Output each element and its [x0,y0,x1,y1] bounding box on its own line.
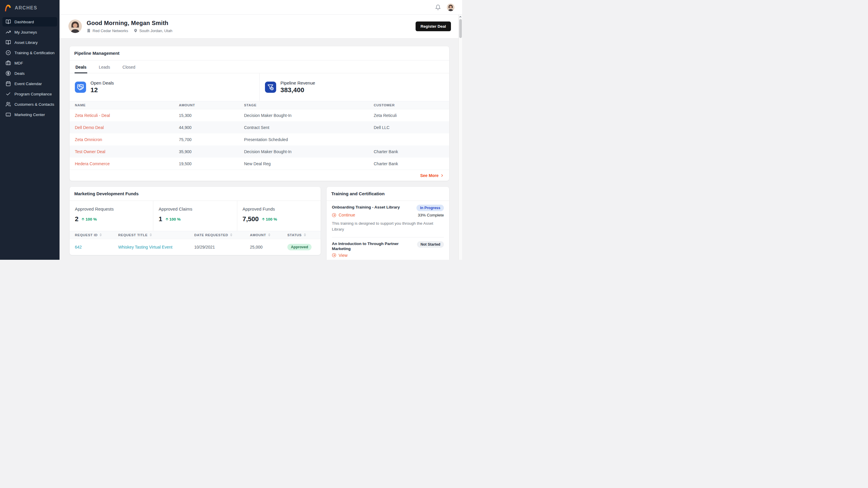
sidebar-item-training-certification[interactable]: Training & Certification [2,48,57,58]
check-icon [6,91,11,97]
training-continue-link[interactable]: Continue [332,213,355,217]
mdf-stat-delta: 100 % [165,217,181,222]
pipeline-card-title: Pipeline Management [69,46,449,60]
notifications-bell-icon[interactable] [435,4,441,10]
sidebar-item-my-journeys[interactable]: My Journeys [2,27,57,37]
sidebar-item-mdf[interactable]: MDF [2,58,57,68]
mdf-stat-approved-requests: Approved Requests 2 100 % [69,201,153,231]
training-progress: 33% Complete [417,213,444,217]
training-title: An Introduction to Through Partner Marke… [332,241,414,252]
deal-stage: New Deal Reg [239,161,368,166]
topbar-avatar[interactable] [447,3,455,11]
sidebar-item-customers-contacts[interactable]: Customers & Contacts [2,100,57,109]
brand-logo: ARCHES [0,0,60,14]
deal-amount: 44,900 [174,125,239,130]
column-header[interactable]: STATUS [282,233,321,237]
mdf-table-body: 642 Whiskey Tasting Virtual Event 10/29/… [69,239,321,255]
page-title: Good Morning, Megan Smith [87,20,173,27]
register-deal-button[interactable]: Register Deal [415,22,451,31]
column-header[interactable]: AMOUNT [245,233,282,237]
column-header[interactable]: CUSTOMER [368,103,449,107]
pipeline-management-card: Pipeline Management DealsLeadsClosed Ope… [69,46,449,181]
card-icon [6,112,11,117]
column-header[interactable]: STAGE [239,103,368,107]
sidebar-item-asset-library[interactable]: Asset Library [2,38,57,47]
stat-open-deals: Open Deals 12 [69,73,259,101]
deal-name-link[interactable]: Zeta Reticuli - Deal [75,113,110,118]
see-more-link[interactable]: See More [69,170,449,181]
company-name: Red Cedar Networks [93,29,128,33]
sidebar-item-marketing-center[interactable]: Marketing Center [2,110,57,119]
scrollbar-thumb[interactable] [459,19,462,38]
mdf-stat-value: 1 [159,215,162,223]
handshake-icon [77,84,84,91]
deal-name-link[interactable]: Hedera Commerce [75,161,110,166]
deal-stage: Decision Maker Bought-In [239,149,368,154]
request-title-link[interactable]: Whiskey Tasting Virtual Event [118,245,173,250]
chevron-right-icon [440,173,444,177]
deal-amount: 75,700 [174,137,239,142]
scroll-up-icon[interactable] [459,15,462,18]
sidebar-item-event-calendar[interactable]: Event Calendar [2,79,57,88]
building-icon [87,29,91,33]
stat-tile: $ [265,82,276,93]
book-open-icon [6,19,11,25]
mdf-stat-label: Approved Funds [243,206,315,212]
book-open-icon [6,40,11,45]
column-header[interactable]: AMOUNT [174,103,239,107]
tab-deals[interactable]: Deals [74,60,87,73]
table-row: Test Owner Deal 35,900 Decision Maker Bo… [69,145,449,158]
column-header[interactable]: NAME [69,103,174,107]
sidebar-item-label: Program Compliance [14,92,52,96]
deal-amount: 35,900 [174,149,239,154]
table-row: 642 Whiskey Tasting Virtual Event 10/29/… [69,239,321,255]
deal-customer: Dell LLC [368,125,449,130]
deal-stage: Decision Maker Bought-In [239,113,368,118]
location-meta: South Jordan, Utah [133,29,173,33]
chevrons-up-down-icon [229,233,233,236]
deal-name-link[interactable]: Test Owner Deal [75,149,105,154]
tab-closed[interactable]: Closed [122,60,136,73]
table-row: Dell Demo Deal 44,900 Contract Sent Dell… [69,121,449,133]
request-id-link[interactable]: 642 [75,245,82,250]
column-header[interactable]: REQUEST TITLE [113,233,189,237]
table-row: Zeta Omnicron 75,700 Presentation Schedu… [69,133,449,145]
chevrons-up-down-icon [268,233,271,236]
training-item: Onboarding Training - Asset Library In P… [327,201,449,237]
column-header[interactable]: REQUEST ID [69,233,113,237]
deal-name-link[interactable]: Zeta Omnicron [75,137,102,142]
sidebar-item-program-compliance[interactable]: Program Compliance [2,89,57,99]
user-avatar [68,20,82,33]
request-date: 10/29/2021 [189,245,245,250]
pipeline-tabs: DealsLeadsClosed [69,60,449,73]
brand-name: ARCHES [15,5,37,10]
mdf-stat-approved-claims: Approved Claims 1 100 % [153,201,237,231]
sidebar-item-deals[interactable]: Deals [2,69,57,78]
sidebar-item-label: Asset Library [14,40,38,45]
sidebar-item-dashboard[interactable]: Dashboard [2,17,57,27]
mdf-stat-label: Approved Claims [159,206,231,212]
tab-leads[interactable]: Leads [98,60,111,73]
deal-customer: Charter Bank [368,161,449,166]
arrow-up-icon [81,217,85,221]
see-more-label: See More [420,173,439,178]
mdf-table: REQUEST IDREQUEST TITLEDATE REQUESTEDAMO… [69,231,321,255]
sidebar-item-label: MDF [14,61,23,65]
table-row: Zeta Reticuli - Deal 15,300 Decision Mak… [69,109,449,121]
vertical-scrollbar[interactable] [458,15,462,260]
table-row: Hedera Commerce 19,500 New Deal Reg Char… [69,158,449,170]
deals-table: NAMEAMOUNTSTAGECUSTOMER Zeta Reticuli - … [69,101,449,170]
calendar-icon [6,81,11,86]
deals-table-body: Zeta Reticuli - Deal 15,300 Decision Mak… [69,109,449,170]
circle-dollar-icon [6,71,11,76]
training-view-link[interactable]: View [332,253,347,258]
deal-name-link[interactable]: Dell Demo Deal [75,125,104,130]
sidebar-item-label: Event Calendar [14,82,42,86]
arrow-right-circle-icon [332,253,336,257]
chevrons-up-down-icon [149,233,152,236]
main-area: Good Morning, Megan Smith Red Cedar Netw… [60,0,462,260]
mdf-stat-value: 7,500 [243,215,259,223]
chevrons-up-down-icon [303,233,307,236]
column-header[interactable]: DATE REQUESTED [189,233,245,237]
mdf-card: Marketing Development Funds Approved Req… [69,187,321,255]
